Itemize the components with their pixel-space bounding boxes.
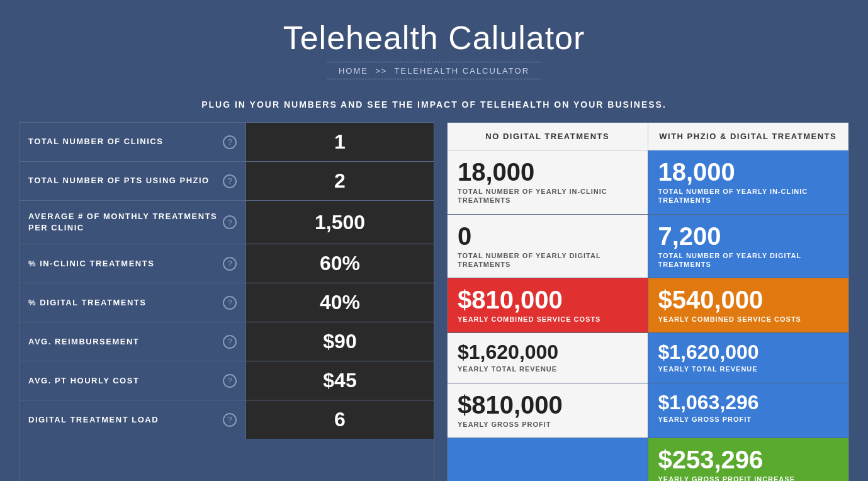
- data-cell-r2-c1: $540,000 YEARLY COMBINED SERVICE COSTS: [648, 278, 849, 333]
- cell-value-r2-c0: $810,000: [458, 287, 638, 312]
- data-cell-r1-c0: 0 TOTAL NUMBER OF YEARLY DIGITAL TREATME…: [448, 215, 648, 279]
- data-cell-r4-c1: $1,063,296 YEARLY GROSS PROFIT: [648, 383, 849, 438]
- cell-label-r2-c1: YEARLY COMBINED SERVICE COSTS: [658, 315, 839, 324]
- input-row-in-clinic-pct: % IN-CLINIC TREATMENTS ?: [20, 244, 434, 283]
- label-text-avg-hourly: AVG. PT HOURLY COST: [28, 375, 139, 387]
- input-value-in-clinic-pct[interactable]: [246, 244, 434, 283]
- data-cell-r5-c1: $253,296 YEARLY GROSS PROFIT INCREASE: [648, 438, 849, 481]
- help-icon-digital-load[interactable]: ?: [223, 413, 237, 427]
- input-label-pts: TOTAL NUMBER OF PTS USING PHZIO ?: [20, 162, 246, 200]
- input-value-digital-load[interactable]: [246, 400, 434, 439]
- help-icon-in-clinic-pct[interactable]: ?: [223, 257, 237, 271]
- col-header-1: WITH PHZIO & DIGITAL TREATMENTS: [648, 123, 849, 150]
- data-cell-r0-c0: 18,000 TOTAL NUMBER OF YEARLY IN-CLINIC …: [448, 150, 648, 215]
- cell-value-r4-c0: $810,000: [458, 392, 638, 417]
- help-icon-digital-pct[interactable]: ?: [223, 296, 237, 310]
- label-text-digital-load: DIGITAL TREATMENT LOAD: [28, 414, 159, 426]
- label-text-pts: TOTAL NUMBER OF PTS USING PHZIO: [28, 175, 210, 186]
- input-row-pts: TOTAL NUMBER OF PTS USING PHZIO ?: [20, 162, 434, 201]
- input-field-digital-pct[interactable]: [254, 291, 426, 314]
- data-cell-r5-c0: [448, 438, 648, 481]
- data-cell-r3-c1: $1,620,000 YEARLY TOTAL REVENUE: [648, 333, 849, 383]
- left-panel: TOTAL NUMBER OF CLINICS ? TOTAL NUMBER O…: [19, 122, 434, 481]
- page-header: Telehealth Calulator HOME >> TELEHEALTH …: [0, 0, 868, 91]
- input-field-avg-hourly[interactable]: [254, 369, 426, 392]
- cell-value-r2-c1: $540,000: [658, 287, 839, 312]
- input-row-digital-load: DIGITAL TREATMENT LOAD ?: [20, 400, 434, 439]
- cell-label-r1-c0: TOTAL NUMBER OF YEARLY DIGITAL TREATMENT…: [458, 251, 638, 269]
- cell-value-r0-c1: 18,000: [658, 159, 839, 184]
- input-field-clinics[interactable]: [254, 130, 426, 154]
- help-icon-avg-reimburse[interactable]: ?: [223, 335, 237, 349]
- cell-label-r4-c0: YEARLY GROSS PROFIT: [458, 420, 638, 429]
- help-icon-clinics[interactable]: ?: [223, 135, 237, 149]
- cell-label-r3-c1: YEARLY TOTAL REVENUE: [658, 365, 839, 373]
- input-value-avg-hourly[interactable]: [246, 361, 434, 400]
- main-content: TOTAL NUMBER OF CLINICS ? TOTAL NUMBER O…: [0, 122, 868, 481]
- breadcrumb-text: HOME >> TELEHEALTH CALCULATOR: [339, 66, 529, 76]
- input-value-digital-pct[interactable]: [246, 283, 434, 322]
- label-text-clinics: TOTAL NUMBER OF CLINICS: [28, 136, 163, 147]
- input-row-avg-reimburse: AVG. REIMBURSEMENT ?: [20, 322, 434, 361]
- data-cell-r4-c0: $810,000 YEARLY GROSS PROFIT: [448, 383, 648, 438]
- data-cell-r0-c1: 18,000 TOTAL NUMBER OF YEARLY IN-CLINIC …: [648, 150, 849, 215]
- input-row-avg-monthly: AVERAGE # OF MONTHLY TREATMENTS PER CLIN…: [20, 201, 434, 244]
- input-label-avg-monthly: AVERAGE # OF MONTHLY TREATMENTS PER CLIN…: [20, 201, 246, 244]
- input-label-avg-hourly: AVG. PT HOURLY COST ?: [20, 361, 246, 400]
- input-label-in-clinic-pct: % IN-CLINIC TREATMENTS ?: [20, 244, 246, 283]
- cell-value-r0-c0: 18,000: [458, 159, 638, 184]
- label-text-in-clinic-pct: % IN-CLINIC TREATMENTS: [28, 258, 154, 269]
- help-icon-pts[interactable]: ?: [223, 174, 237, 188]
- cell-value-r1-c1: 7,200: [658, 224, 839, 249]
- data-cell-r2-c0: $810,000 YEARLY COMBINED SERVICE COSTS: [448, 278, 648, 333]
- input-field-pts[interactable]: [254, 169, 426, 193]
- input-value-avg-reimburse[interactable]: [246, 322, 434, 361]
- data-cell-r1-c1: 7,200 TOTAL NUMBER OF YEARLY DIGITAL TRE…: [648, 215, 849, 279]
- input-field-in-clinic-pct[interactable]: [254, 252, 426, 275]
- cell-label-r1-c1: TOTAL NUMBER OF YEARLY DIGITAL TREATMENT…: [658, 251, 839, 269]
- label-text-avg-monthly: AVERAGE # OF MONTHLY TREATMENTS PER CLIN…: [28, 211, 218, 234]
- subtitle: PLUG IN YOUR NUMBERS AND SEE THE IMPACT …: [0, 99, 868, 110]
- cell-label-r0-c1: TOTAL NUMBER OF YEARLY IN-CLINIC TREATME…: [658, 187, 839, 205]
- input-label-digital-pct: % DIGITAL TREATMENTS ?: [20, 283, 246, 322]
- input-row-digital-pct: % DIGITAL TREATMENTS ?: [20, 283, 434, 322]
- input-row-avg-hourly: AVG. PT HOURLY COST ?: [20, 361, 434, 400]
- input-label-clinics: TOTAL NUMBER OF CLINICS ?: [20, 123, 246, 161]
- right-panel: NO DIGITAL TREATMENTSWITH PHZIO & DIGITA…: [447, 122, 849, 481]
- cell-value-r3-c0: $1,620,000: [458, 342, 638, 362]
- input-row-clinics: TOTAL NUMBER OF CLINICS ?: [20, 123, 434, 162]
- cell-value-r4-c1: $1,063,296: [658, 392, 839, 412]
- breadcrumb: HOME >> TELEHEALTH CALCULATOR: [0, 62, 868, 79]
- input-value-clinics[interactable]: [246, 123, 434, 161]
- cell-value-r5-c1: $253,296: [658, 447, 839, 472]
- input-field-digital-load[interactable]: [254, 408, 426, 431]
- cell-label-r3-c0: YEARLY TOTAL REVENUE: [458, 365, 638, 373]
- cell-label-r2-c0: YEARLY COMBINED SERVICE COSTS: [458, 315, 638, 324]
- help-icon-avg-monthly[interactable]: ?: [223, 215, 237, 229]
- cell-label-r5-c1: YEARLY GROSS PROFIT INCREASE: [658, 475, 839, 481]
- input-field-avg-monthly[interactable]: [254, 211, 426, 234]
- data-cell-r3-c0: $1,620,000 YEARLY TOTAL REVENUE: [448, 333, 648, 383]
- label-text-digital-pct: % DIGITAL TREATMENTS: [28, 297, 146, 308]
- help-icon-avg-hourly[interactable]: ?: [223, 374, 237, 388]
- cell-label-r0-c0: TOTAL NUMBER OF YEARLY IN-CLINIC TREATME…: [458, 187, 638, 205]
- col-header-0: NO DIGITAL TREATMENTS: [448, 123, 648, 150]
- input-field-avg-reimburse[interactable]: [254, 330, 426, 353]
- cell-label-r4-c1: YEARLY GROSS PROFIT: [658, 415, 839, 424]
- input-value-avg-monthly[interactable]: [246, 201, 434, 244]
- cell-value-r3-c1: $1,620,000: [658, 342, 839, 362]
- page-title: Telehealth Calulator: [0, 19, 868, 57]
- label-text-avg-reimburse: AVG. REIMBURSEMENT: [28, 336, 139, 348]
- cell-value-r1-c0: 0: [458, 224, 638, 249]
- input-value-pts[interactable]: [246, 162, 434, 200]
- input-label-digital-load: DIGITAL TREATMENT LOAD ?: [20, 400, 246, 439]
- input-label-avg-reimburse: AVG. REIMBURSEMENT ?: [20, 322, 246, 361]
